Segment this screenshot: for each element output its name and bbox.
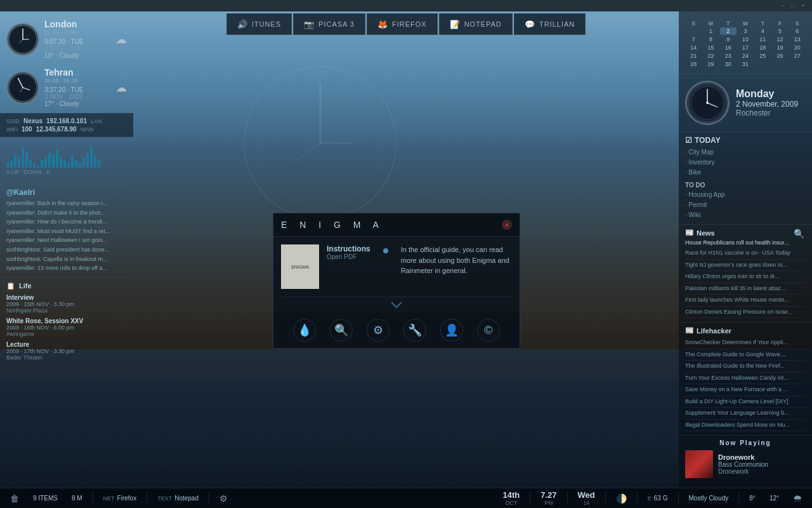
enigma-arrow-icon (390, 301, 403, 309)
enigma-search-icon[interactable]: 🔍 (330, 319, 353, 342)
time-item: 7.27 PM (537, 490, 560, 506)
lifehacker-item[interactable]: Save Money on a New Furnace with a ... (685, 384, 806, 396)
cal-day[interactable]: 27 (789, 52, 806, 60)
lifehacker-item[interactable]: Supplement Your Language Learning b... (685, 408, 806, 420)
todo-item: · Permit (685, 200, 806, 210)
cal-day[interactable]: 24 (737, 52, 754, 60)
cal-day[interactable]: 26 (771, 52, 788, 60)
now-playing-info: Dronework Bass Communion Dronework (718, 453, 768, 475)
today-widget: ☑ TODAY · City Map· Inventory· Bike TO D… (679, 132, 812, 225)
today-item: · Bike (685, 168, 806, 178)
lifehacker-item[interactable]: Turn Your Excess Halloween Candy int... (685, 373, 806, 385)
firefox-button[interactable]: 🦊 FIREFOX (367, 13, 438, 35)
news-search-icon[interactable]: 🔍 (794, 229, 804, 239)
cal-day[interactable]: 17 (737, 44, 754, 51)
enigma-tools-icon[interactable]: 🔧 (403, 319, 426, 342)
cal-header: M (702, 20, 719, 27)
enigma-user-icon[interactable]: 👤 (440, 319, 463, 342)
lifehacker-item[interactable]: The Illustrated Guide to the New Firef..… (685, 361, 806, 373)
cal-day[interactable]: 5 (771, 27, 788, 35)
net-item: NET Firefox (100, 495, 141, 502)
cal-day[interactable]: 21 (685, 52, 702, 60)
cal-day[interactable]: 14 (685, 44, 702, 51)
news-item[interactable]: Race for H1N1 vaccine is on · USA Today (685, 248, 806, 260)
itunes-label: ITUNES (252, 20, 281, 28)
enigma-water-icon[interactable]: 💧 (293, 319, 316, 342)
enigma-description: In the official guide, you can read more… (401, 244, 512, 289)
event-date: 2009 · 15th NOV · 3.30 pm (6, 301, 127, 307)
taskbar-top: 🔊 ITUNES 📷 PICASA 3 🦊 FIREFOX 📝 NOTEPAD … (203, 11, 609, 37)
twitter-widget: @Kaelri ryanemiller: Back in the rainy s… (0, 184, 133, 277)
tehran-date: 3 NOV · 2009 (44, 93, 84, 100)
lifehacker-item[interactable]: Illegal Downloaders Spend More on Mu... (685, 420, 806, 432)
news-item[interactable]: Hillary Clinton urges Iran to str to dr.… (685, 271, 806, 283)
titlebar: – □ × (0, 0, 812, 11)
cal-day[interactable]: 13 (789, 36, 806, 43)
news-item[interactable]: Clinton Denies Easing Pressure on Israe.… (685, 307, 806, 319)
london-time: 0:07.20 · TUE (44, 38, 84, 45)
minimize-btn[interactable]: – (779, 2, 787, 10)
cal-day[interactable]: 9 (720, 36, 737, 43)
itunes-button[interactable]: 🔊 ITUNES (226, 13, 292, 35)
cal-day[interactable]: 16 (720, 44, 737, 51)
lifehacker-item[interactable]: SnowChecker Determines If Your Appli... (685, 337, 806, 349)
enigma-arrow-area (273, 297, 520, 312)
cal-day[interactable]: 8 (702, 36, 719, 43)
space-value: 63 G (654, 495, 668, 502)
cal-day[interactable]: 19 (771, 44, 788, 51)
cal-day[interactable]: 3 (737, 27, 754, 35)
cal-day[interactable]: 22 (702, 52, 719, 60)
cal-day[interactable]: 11 (754, 36, 771, 43)
todo-item: · Wiki (685, 210, 806, 220)
lifehacker-item[interactable]: The Complete Guide to Google Wave.... (685, 349, 806, 361)
traffic-bar (48, 152, 51, 168)
gear-item[interactable]: ⚙ (216, 493, 232, 504)
cal-day[interactable]: 31 (737, 60, 754, 68)
enigma-dialog: E N I G M A × ENIGMA Instructions Open P… (273, 213, 520, 349)
now-playing-content: Dronework Bass Communion Dronework (685, 450, 806, 478)
life-icon: 📋 (6, 282, 15, 290)
calendar-widget: SMTWTFS123456789101112131415161718192021… (679, 17, 812, 74)
enigma-close-button[interactable]: × (502, 220, 512, 230)
cal-day[interactable]: 4 (754, 27, 771, 35)
cal-day[interactable]: 20 (789, 44, 806, 51)
cal-day[interactable]: 10 (737, 36, 754, 43)
cal-day[interactable]: 6 (789, 27, 806, 35)
traffic-bar (14, 155, 16, 168)
time-sub: PM (540, 500, 556, 506)
picasa-button[interactable]: 📷 PICASA 3 (293, 13, 365, 35)
cal-day[interactable]: 18 (754, 44, 771, 51)
cal-day[interactable]: 2 (720, 27, 737, 35)
trillian-button[interactable]: 💬 TRILLIAN (514, 13, 586, 35)
cal-day[interactable]: 25 (754, 52, 771, 60)
cal-day[interactable]: 15 (702, 44, 719, 51)
cal-day[interactable]: 28 (685, 60, 702, 68)
separator-6 (605, 492, 606, 505)
news-item[interactable]: Tight NJ governor's race goes down to... (685, 260, 806, 272)
twitter-handle: @Kaelri (6, 188, 127, 197)
maximize-btn[interactable]: □ (789, 2, 797, 10)
enigma-cc-icon[interactable]: © (477, 319, 500, 342)
traffic-bar (56, 150, 58, 168)
cal-day[interactable]: 7 (685, 36, 702, 43)
temp-hi-item: 12° (766, 495, 783, 502)
cal-header: T (754, 20, 771, 27)
ssid-value: Nexus (23, 117, 43, 124)
notepad-button[interactable]: 📝 NOTEPAD (439, 13, 513, 35)
todo-title: TO DO (685, 182, 806, 189)
svg-line-4 (295, 143, 320, 162)
enigma-gear-icon[interactable]: ⚙ (367, 319, 390, 342)
today-items: · City Map· Inventory· Bike (685, 147, 806, 178)
trash-item: 🗑 (6, 493, 23, 504)
news-item[interactable]: First lady launches White House mento... (685, 295, 806, 307)
news-item[interactable]: Pakistan militants kill 35 in latest att… (685, 283, 806, 295)
close-btn[interactable]: × (799, 2, 807, 10)
cal-day[interactable]: 23 (720, 52, 737, 60)
text-item: TEXT Notepad (154, 495, 202, 502)
lifehacker-item[interactable]: Build a DIY Light-Up Camera Level [DIY] (685, 396, 806, 408)
enigma-filetype[interactable]: Open PDF (327, 253, 370, 260)
cal-day[interactable]: 12 (771, 36, 788, 43)
cal-day[interactable]: 29 (702, 60, 719, 68)
cal-day[interactable]: 1 (702, 27, 719, 35)
cal-day[interactable]: 30 (720, 60, 737, 68)
